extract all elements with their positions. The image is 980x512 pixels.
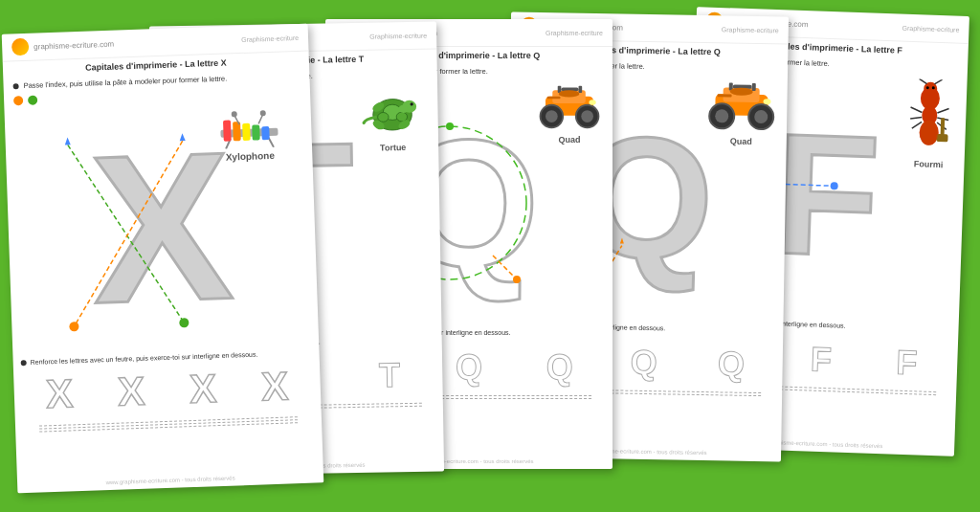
nav-q: Graphisme-ecriture	[546, 30, 603, 36]
svg-point-80	[179, 318, 189, 327]
svg-point-50	[446, 122, 454, 130]
practice-x-3: X	[189, 366, 217, 412]
practice-quad-3: Q	[718, 344, 746, 384]
practice-q-3: Q	[546, 347, 573, 388]
svg-marker-35	[620, 238, 624, 244]
dot-orange	[13, 96, 23, 105]
svg-point-20	[831, 182, 838, 189]
dot-green	[28, 95, 37, 104]
svg-point-52	[513, 276, 521, 283]
logo-x	[11, 38, 30, 56]
nav-x: Graphisme-ecriture	[241, 33, 299, 42]
x-trace-svg	[4, 99, 319, 358]
footer-x: www.graphisme-ecriture.com - tous droits…	[17, 472, 323, 488]
svg-marker-84	[179, 133, 185, 141]
practice-q-2: Q	[456, 347, 482, 388]
nav-f: Graphisme-ecriture	[902, 24, 959, 33]
practice-f-3: F	[896, 343, 918, 384]
site-x: graphisme-ecriture.com	[33, 34, 241, 51]
nav-quad: Graphisme-ecriture	[722, 26, 779, 33]
svg-line-51	[493, 256, 517, 279]
practice-row-x: X X X X	[13, 357, 322, 423]
svg-line-82	[68, 141, 189, 326]
practice-quad-2: Q	[630, 343, 657, 383]
svg-marker-81	[65, 137, 71, 145]
practice-t-3: T	[379, 355, 401, 395]
practice-x-2: X	[117, 368, 145, 415]
practice-x-1: X	[46, 370, 75, 417]
practice-f-2: F	[810, 340, 832, 381]
svg-point-83	[69, 322, 78, 331]
background: graphisme-ecriture.com Graphisme-ecritur…	[0, 0, 980, 512]
worksheet-x: graphisme-ecriture.com Graphisme-ecritur…	[2, 24, 324, 494]
practice-x-4: X	[260, 364, 289, 411]
nav-t: Graphisme-ecriture	[369, 32, 427, 39]
